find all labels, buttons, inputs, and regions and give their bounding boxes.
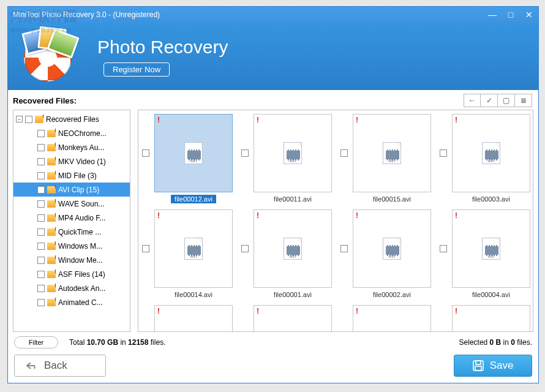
tree-item[interactable]: AVI Clip (15) (13, 183, 130, 197)
tree-checkbox[interactable] (37, 186, 45, 194)
tree-item[interactable]: MID File (3) (13, 168, 130, 183)
avi-file-icon: AVI (184, 142, 203, 164)
tree-checkbox[interactable] (25, 116, 32, 123)
file-thumbnail[interactable]: !AVI (154, 209, 233, 288)
file-cell[interactable]: !AVI (142, 305, 234, 332)
folder-icon (47, 299, 56, 306)
file-thumbnail[interactable]: !AVI (254, 209, 332, 288)
tree-checkbox[interactable] (37, 144, 45, 151)
tree-item[interactable]: NEOChrome... (13, 126, 130, 140)
avi-file-icon: AVI (482, 142, 500, 164)
file-checkbox[interactable] (340, 149, 348, 157)
close-button[interactable]: ✕ (520, 9, 538, 21)
maximize-button[interactable]: □ (502, 9, 520, 21)
avi-file-icon: AVI (184, 238, 203, 260)
tree-checkbox[interactable] (37, 299, 45, 306)
register-button[interactable]: Register Now (103, 62, 170, 77)
file-thumbnail[interactable]: !AVI (353, 305, 431, 332)
tree-checkbox[interactable] (37, 228, 45, 236)
tree-checkbox[interactable] (37, 285, 45, 292)
file-cell[interactable]: !AVIfile00003.avi (440, 114, 532, 203)
file-cell[interactable]: !AVIfile00004.avi (440, 209, 532, 299)
file-cell[interactable]: !AVIfile00012.avi (142, 114, 234, 203)
tree-item[interactable]: Window Me... (13, 253, 130, 267)
file-cell[interactable]: !AVI (340, 305, 432, 332)
file-thumbnail[interactable]: !AVI (452, 305, 530, 332)
tree-checkbox[interactable] (37, 243, 45, 250)
folder-icon (47, 243, 56, 250)
svg-rect-1 (476, 361, 481, 364)
avi-file-icon: AVI (383, 238, 401, 260)
save-button[interactable]: Save (454, 355, 532, 377)
file-name: file00014.avi (171, 290, 216, 299)
tree-item[interactable]: QuickTime ... (13, 225, 130, 239)
file-checkbox[interactable] (142, 149, 149, 157)
folder-icon (47, 257, 56, 264)
file-checkbox[interactable] (440, 149, 447, 157)
undo-icon (26, 361, 38, 370)
tree-root[interactable]: − Recovered Files (13, 112, 130, 126)
footer: Back Save (8, 351, 538, 383)
folder-icon (47, 285, 56, 292)
folder-tree[interactable]: − Recovered Files NEOChrome...Monkeys Au… (13, 110, 130, 332)
file-cell[interactable]: !AVIfile00002.avi (340, 209, 432, 299)
tree-checkbox[interactable] (37, 214, 45, 222)
file-thumbnail[interactable]: !AVI (154, 114, 233, 192)
collapse-icon[interactable]: − (16, 116, 23, 123)
tree-checkbox[interactable] (37, 271, 45, 278)
file-thumbnail[interactable]: !AVI (452, 114, 530, 192)
panel-label: Recovered Files: (13, 96, 77, 105)
tree-checkbox[interactable] (37, 158, 45, 165)
file-checkbox[interactable] (440, 245, 447, 252)
nav-back-button[interactable]: ← (464, 94, 481, 107)
file-cell[interactable]: !AVI (440, 305, 532, 332)
app-logo (21, 30, 83, 83)
tree-item[interactable]: MKV Video (1) (13, 154, 130, 168)
file-name: file00015.avi (369, 195, 415, 203)
file-name: file00002.avi (369, 290, 415, 299)
tree-item[interactable]: MP4 Audio F... (13, 211, 130, 225)
view-grid-button[interactable]: ▢ (498, 94, 515, 107)
minimize-button[interactable]: — (483, 9, 502, 21)
tree-item-label: QuickTime ... (58, 228, 101, 236)
tree-checkbox[interactable] (37, 257, 45, 264)
view-list-button[interactable]: ≣ (515, 94, 532, 107)
file-name: file00003.avi (468, 195, 514, 203)
tree-item[interactable]: Animated C... (13, 295, 130, 309)
back-button[interactable]: Back (14, 355, 106, 377)
warning-icon: ! (157, 116, 160, 124)
file-cell[interactable]: !AVIfile00014.avi (142, 209, 234, 299)
tree-checkbox[interactable] (37, 172, 45, 179)
select-all-button[interactable]: ✓ (481, 94, 498, 107)
filter-button[interactable]: Filter (14, 336, 58, 349)
file-name: file00011.avi (270, 195, 315, 203)
file-cell[interactable]: !AVIfile00015.avi (340, 114, 432, 203)
file-thumbnail[interactable]: !AVI (353, 209, 431, 288)
tree-item-label: Windows M... (58, 242, 102, 251)
file-checkbox[interactable] (241, 149, 249, 157)
tree-checkbox[interactable] (37, 130, 45, 137)
file-checkbox[interactable] (340, 245, 348, 252)
tree-item[interactable]: Autodesk An... (13, 281, 130, 295)
tree-item[interactable]: Monkeys Au... (13, 140, 130, 154)
file-thumbnail[interactable]: !AVI (353, 114, 431, 192)
warning-icon: ! (455, 211, 457, 220)
panel-toolbar: Recovered Files: ← ✓ ▢ ≣ (8, 90, 538, 110)
tree-item[interactable]: ASF Files (14) (13, 267, 130, 281)
warning-icon: ! (157, 211, 160, 220)
file-thumbnail[interactable]: !AVI (254, 305, 332, 332)
tree-item[interactable]: Windows M... (13, 239, 130, 253)
file-thumbnail[interactable]: !AVI (452, 209, 530, 288)
warning-icon: ! (356, 211, 358, 220)
file-cell[interactable]: !AVIfile00001.avi (241, 209, 333, 299)
file-thumbnail[interactable]: !AVI (154, 305, 233, 332)
file-cell[interactable]: !AVIfile00011.avi (241, 114, 333, 203)
file-thumbnail[interactable]: !AVI (254, 114, 332, 192)
file-checkbox[interactable] (142, 245, 149, 252)
file-cell[interactable]: !AVI (241, 305, 333, 332)
file-checkbox[interactable] (241, 245, 249, 252)
grid-icon: ▢ (503, 96, 509, 105)
file-grid[interactable]: !AVIfile00012.avi!AVIfile00011.avi!AVIfi… (138, 110, 533, 332)
tree-item[interactable]: WAVE Soun... (13, 197, 130, 211)
tree-checkbox[interactable] (37, 200, 45, 208)
